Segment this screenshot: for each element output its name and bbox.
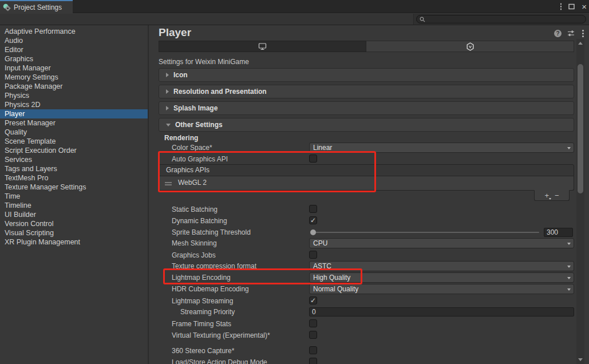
- scrollbar-thumb[interactable]: [578, 64, 583, 193]
- row-graphics-jobs: Graphics Jobs: [159, 250, 574, 260]
- section-icon[interactable]: Icon: [159, 68, 574, 82]
- sidebar-item-memory-settings[interactable]: Memory Settings: [0, 73, 148, 82]
- sidebar-item-tags-and-layers[interactable]: Tags and Layers: [0, 164, 148, 173]
- lightmap-streaming-label: Lightmap Streaming: [172, 297, 233, 305]
- virtual-texturing-checkbox[interactable]: [309, 331, 317, 339]
- row-virtual-texturing: Virtual Texturing (Experimental)*: [159, 330, 574, 341]
- panel-menu-kebab-icon[interactable]: [582, 33, 584, 34]
- project-settings-tab[interactable]: Project Settings: [0, 0, 73, 13]
- foldout-expanded-icon: [166, 124, 171, 126]
- sidebar-item-input-manager[interactable]: Input Manager: [0, 64, 148, 73]
- graphics-jobs-checkbox[interactable]: [309, 251, 317, 259]
- graphics-api-list-item[interactable]: WebGL 2: [159, 176, 574, 190]
- sidebar-item-ui-builder[interactable]: UI Builder: [0, 210, 148, 219]
- row-frame-timing-stats: Frame Timing Stats: [159, 319, 574, 329]
- sidebar-item-script-execution-order[interactable]: Script Execution Order: [0, 146, 148, 155]
- color-space-dropdown[interactable]: Linear: [309, 143, 574, 153]
- section-splash-label: Splash Image: [173, 104, 218, 112]
- row-static-batching: Static Batching: [159, 204, 574, 215]
- sidebar-item-package-manager[interactable]: Package Manager: [0, 82, 148, 91]
- graphics-jobs-label: Graphics Jobs: [172, 251, 216, 259]
- graphics-apis-list: WebGL 2: [159, 176, 574, 191]
- scroll-down-icon[interactable]: [578, 358, 583, 361]
- sidebar-item-physics-2d[interactable]: Physics 2D: [0, 100, 148, 109]
- section-resolution-presentation[interactable]: Resolution and Presentation: [159, 85, 574, 98]
- texture-compression-value: ASTC: [313, 262, 331, 270]
- rendering-group-label: Rendering: [164, 134, 198, 142]
- sidebar-list: Adaptive Performance Audio Editor Graphi…: [0, 25, 148, 247]
- tab-weixin-minigame-platform[interactable]: [366, 41, 574, 52]
- help-icon[interactable]: ?: [554, 30, 562, 37]
- static-batching-checkbox[interactable]: [309, 205, 317, 213]
- sidebar-item-services[interactable]: Services: [0, 155, 148, 164]
- hdr-cubemap-encoding-label: HDR Cubemap Encoding: [172, 285, 249, 293]
- search-input[interactable]: [416, 15, 586, 23]
- platform-settings-note: Settings for Weixin MiniGame: [159, 58, 249, 66]
- lightmap-streaming-checkbox[interactable]: [309, 296, 317, 304]
- close-icon[interactable]: ×: [582, 2, 587, 11]
- lightmap-encoding-value: High Quality: [313, 274, 350, 282]
- mesh-skinning-value: CPU: [313, 239, 327, 247]
- toolbar-search-area: [413, 14, 589, 25]
- graphics-apis-list-footer: + −: [534, 190, 570, 201]
- window-tab-title: Project Settings: [14, 3, 62, 11]
- lightmap-encoding-dropdown[interactable]: High Quality: [309, 272, 574, 283]
- sidebar-item-preset-manager[interactable]: Preset Manager: [0, 118, 148, 128]
- sidebar-item-audio[interactable]: Audio: [0, 36, 148, 45]
- sidebar-item-timeline[interactable]: Timeline: [0, 201, 148, 210]
- sidebar-item-texture-manager-settings[interactable]: Texture Manager Settings: [0, 183, 148, 192]
- project-settings-window: Project Settings × Adaptive: [0, 0, 589, 364]
- frame-timing-stats-checkbox[interactable]: [309, 319, 317, 327]
- virtual-texturing-label: Virtual Texturing (Experimental)*: [172, 331, 270, 339]
- sprite-batching-threshold-field[interactable]: 300: [544, 228, 573, 237]
- slider-handle[interactable]: [310, 230, 316, 235]
- row-sprite-batching-threshold: Sprite Batching Threshold 300: [159, 227, 574, 238]
- drag-handle-icon[interactable]: [165, 182, 172, 183]
- streaming-priority-field[interactable]: 0: [309, 307, 574, 316]
- scroll-up-icon[interactable]: [578, 42, 583, 45]
- auto-graphics-api-label: Auto Graphics API: [172, 155, 228, 163]
- tab-desktop-platform[interactable]: [159, 41, 366, 52]
- sprite-batching-threshold-slider[interactable]: [311, 232, 539, 233]
- stereo-capture-checkbox[interactable]: [309, 346, 317, 354]
- hdr-cubemap-encoding-dropdown[interactable]: Normal Quality: [309, 284, 574, 294]
- sidebar-item-physics[interactable]: Physics: [0, 91, 148, 100]
- foldout-collapsed-icon: [166, 89, 169, 94]
- mesh-skinning-dropdown[interactable]: CPU: [309, 238, 574, 248]
- sidebar-item-graphics[interactable]: Graphics: [0, 54, 148, 64]
- presets-icon[interactable]: [567, 30, 575, 37]
- row-lightmap-encoding: Lightmap Encoding High Quality: [159, 272, 574, 283]
- page-title: Player: [159, 26, 191, 39]
- section-icon-label: Icon: [173, 71, 188, 79]
- window-menu-kebab-icon[interactable]: [560, 6, 562, 7]
- row-load-store-debug: Load/Store Action Debug Mode: [159, 357, 574, 364]
- texture-compression-dropdown[interactable]: ASTC: [309, 261, 574, 271]
- remove-button[interactable]: −: [555, 191, 559, 200]
- sidebar-item-textmesh-pro[interactable]: TextMesh Pro: [0, 173, 148, 183]
- load-store-debug-checkbox[interactable]: [309, 358, 317, 364]
- settings-category-sidebar: Adaptive Performance Audio Editor Graphi…: [0, 25, 149, 364]
- section-other-settings[interactable]: Other Settings: [159, 118, 574, 132]
- sidebar-item-time[interactable]: Time: [0, 192, 148, 201]
- sidebar-item-player[interactable]: Player: [0, 109, 148, 118]
- section-splash-image[interactable]: Splash Image: [159, 101, 574, 115]
- auto-graphics-api-checkbox[interactable]: [309, 155, 317, 163]
- streaming-priority-label: Streaming Priority: [180, 308, 235, 316]
- sidebar-item-scene-template[interactable]: Scene Template: [0, 137, 148, 146]
- hdr-cubemap-encoding-value: Normal Quality: [313, 285, 358, 293]
- sidebar-item-xr-plugin-management[interactable]: XR Plugin Management: [0, 238, 148, 247]
- add-button[interactable]: +: [544, 191, 549, 200]
- sidebar-item-editor[interactable]: Editor: [0, 45, 148, 54]
- sidebar-item-adaptive-performance[interactable]: Adaptive Performance: [0, 27, 148, 36]
- sidebar-item-visual-scripting[interactable]: Visual Scripting: [0, 228, 148, 238]
- chevron-down-icon: [567, 288, 571, 291]
- mesh-skinning-label: Mesh Skinning: [172, 239, 217, 247]
- graphics-api-item-label: WebGL 2: [178, 179, 207, 187]
- maximize-icon[interactable]: [568, 3, 575, 10]
- dynamic-batching-checkbox[interactable]: [309, 216, 317, 224]
- vertical-scrollbar[interactable]: [576, 39, 584, 364]
- sidebar-item-version-control[interactable]: Version Control: [0, 219, 148, 228]
- window-toolbar: [0, 14, 589, 25]
- sidebar-item-quality[interactable]: Quality: [0, 128, 148, 137]
- window-titlebar: Project Settings ×: [0, 0, 589, 13]
